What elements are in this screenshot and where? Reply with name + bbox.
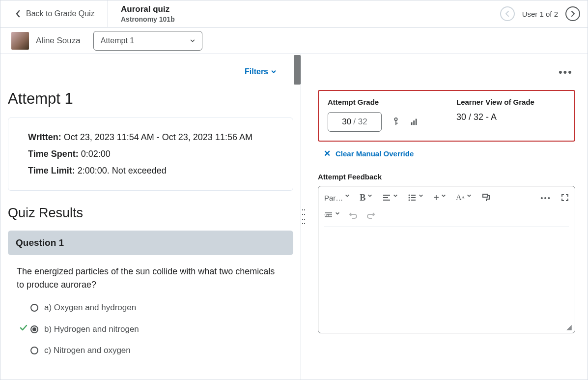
fullscreen-button[interactable] <box>560 191 570 204</box>
question-header: Question 1 <box>8 231 293 255</box>
svg-point-9 <box>409 195 410 196</box>
chevron-down-icon[interactable] <box>466 191 473 204</box>
chevron-down-icon[interactable] <box>392 191 399 204</box>
question-text: The energized particles of the sun colli… <box>8 265 293 292</box>
feedback-label: Attempt Feedback <box>318 173 575 181</box>
chevron-down-icon <box>190 36 195 45</box>
chevron-right-icon <box>570 11 576 17</box>
attempt-select[interactable]: Attempt 1 <box>93 31 202 51</box>
option-c: c) Nitrogen and oxygen <box>17 346 284 355</box>
more-actions-button[interactable]: ••• <box>559 66 573 79</box>
paragraph-style-button[interactable]: Par… <box>323 191 344 204</box>
redo-button[interactable] <box>365 209 376 222</box>
bold-button[interactable]: B <box>359 191 366 204</box>
more-toolbar-button[interactable]: ••• <box>539 191 552 204</box>
format-painter-button[interactable] <box>480 191 491 204</box>
timelimit-label: Time Limit: <box>28 166 75 175</box>
chevron-left-icon <box>15 10 21 18</box>
svg-rect-15 <box>483 194 488 197</box>
stats-icon[interactable] <box>410 117 419 127</box>
option-label: c) Nitrogen and oxygen <box>44 346 131 355</box>
user-nav: User 1 of 2 <box>493 6 588 21</box>
svg-rect-3 <box>411 122 413 124</box>
close-icon: ✕ <box>324 148 331 159</box>
option-label: b) Hydrogen and nitrogen <box>44 324 139 334</box>
editor-toolbar: Par… B <box>318 186 575 223</box>
right-pane: ••• Attempt Grade 30 / 32 <box>301 54 588 380</box>
chevron-down-icon[interactable] <box>334 209 341 222</box>
undo-button[interactable] <box>348 209 359 222</box>
key-icon[interactable] <box>392 117 400 127</box>
question-options: a) Oxygen and hydrogen b) Hydrogen and n… <box>8 303 293 355</box>
grade-denominator: / 32 <box>353 117 367 127</box>
timespent-value: 0:02:00 <box>81 149 111 159</box>
indent-button[interactable]: 123 <box>323 209 334 222</box>
user-counter: User 1 of 2 <box>522 10 558 18</box>
attempt-info-card: Written: Oct 23, 2023 11:54 AM - Oct 23,… <box>8 117 293 191</box>
results-heading: Quiz Results <box>8 205 293 221</box>
quiz-title: Auroral quiz <box>121 4 493 14</box>
filters-button[interactable]: Filters <box>245 67 276 76</box>
avatar <box>11 32 29 50</box>
grade-box: Attempt Grade 30 / 32 <box>318 90 575 142</box>
svg-rect-5 <box>416 118 417 125</box>
svg-point-0 <box>394 117 397 120</box>
learner-view-label: Learner View of Grade <box>456 98 565 106</box>
radio-icon <box>30 304 38 312</box>
back-label: Back to Grade Quiz <box>26 9 95 18</box>
feedback-editor: Par… B <box>318 186 575 333</box>
filters-label: Filters <box>245 67 268 76</box>
resize-handle[interactable]: ◢ <box>566 323 572 331</box>
written-label: Written: <box>28 132 61 142</box>
svg-rect-4 <box>413 120 415 125</box>
check-icon <box>19 323 28 335</box>
scrollbar[interactable] <box>294 55 301 85</box>
student-name: Aline Souza <box>36 36 81 46</box>
option-a: a) Oxygen and hydrogen <box>17 303 284 313</box>
chevron-down-icon[interactable] <box>344 191 351 204</box>
next-user-button[interactable] <box>565 6 580 21</box>
timespent-label: Time Spent: <box>28 149 79 159</box>
attempt-select-label: Attempt 1 <box>101 36 134 45</box>
written-value: Oct 23, 2023 11:54 AM - Oct 23, 2023 11:… <box>64 132 252 142</box>
grade-value: 30 <box>342 117 351 127</box>
list-button[interactable] <box>407 191 418 204</box>
font-button[interactable]: AA <box>455 191 466 204</box>
svg-text:123: 123 <box>324 214 330 217</box>
chevron-down-icon <box>271 67 276 76</box>
editor-body[interactable] <box>324 227 569 330</box>
chevron-down-icon[interactable] <box>418 191 424 204</box>
radio-icon <box>30 347 38 354</box>
sub-header: Aline Souza Attempt 1 <box>0 28 588 54</box>
attempt-heading: Attempt 1 <box>8 90 293 108</box>
back-to-grade-quiz-button[interactable]: Back to Grade Quiz <box>0 0 108 27</box>
clear-override-button[interactable]: ✕ Clear Manual Override <box>324 148 575 159</box>
chevron-down-icon[interactable] <box>366 191 373 204</box>
svg-point-13 <box>409 200 410 201</box>
chevron-left-icon <box>504 11 510 17</box>
align-button[interactable] <box>381 191 392 204</box>
timelimit-value: 2:00:00. Not exceeded <box>78 166 167 175</box>
prev-user-button[interactable] <box>500 6 515 21</box>
course-name: Astronomy 101b <box>121 15 493 23</box>
title-area: Auroral quiz Astronomy 101b <box>108 4 493 23</box>
svg-point-11 <box>409 197 410 199</box>
attempt-grade-label: Attempt Grade <box>328 98 437 106</box>
insert-button[interactable]: + <box>432 191 440 204</box>
grade-input[interactable]: 30 / 32 <box>328 112 382 132</box>
main-split: Filters Attempt 1 Written: Oct 23, 2023 … <box>0 54 588 380</box>
chevron-down-icon[interactable] <box>440 191 447 204</box>
radio-selected-icon <box>30 325 38 333</box>
option-b: b) Hydrogen and nitrogen <box>17 323 284 335</box>
clear-override-label: Clear Manual Override <box>336 149 414 158</box>
top-header: Back to Grade Quiz Auroral quiz Astronom… <box>0 0 588 28</box>
learner-view-value: 30 / 32 - A <box>456 112 565 122</box>
mark-col <box>17 323 30 335</box>
option-label: a) Oxygen and hydrogen <box>44 303 136 313</box>
left-pane: Filters Attempt 1 Written: Oct 23, 2023 … <box>0 54 301 380</box>
